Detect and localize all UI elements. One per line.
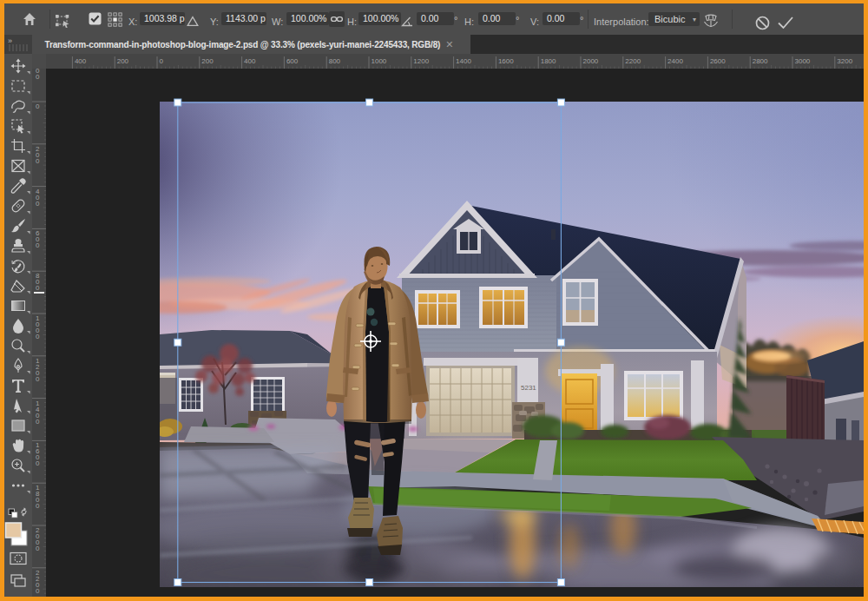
svg-text:2200: 2200 xyxy=(625,57,641,65)
svg-text:400: 400 xyxy=(244,57,256,65)
svg-text:3200: 3200 xyxy=(837,57,852,65)
svg-text:1200: 1200 xyxy=(413,57,429,65)
svg-text:0: 0 xyxy=(36,241,40,249)
svg-text:0: 0 xyxy=(36,284,40,292)
svg-text:0: 0 xyxy=(36,545,40,552)
svg-text:0: 0 xyxy=(36,502,40,510)
svg-text:1800: 1800 xyxy=(541,57,556,65)
svg-text:0: 0 xyxy=(160,57,164,65)
svg-text:0: 0 xyxy=(36,73,40,81)
svg-text:3000: 3000 xyxy=(795,57,811,65)
svg-text:400: 400 xyxy=(75,57,87,65)
svg-text:200: 200 xyxy=(117,57,129,65)
svg-text:0: 0 xyxy=(36,418,40,426)
svg-text:0: 0 xyxy=(36,375,40,383)
svg-text:0: 0 xyxy=(36,333,40,340)
svg-text:2600: 2600 xyxy=(710,57,726,65)
svg-text:0: 0 xyxy=(36,157,40,165)
svg-text:200: 200 xyxy=(201,57,214,65)
svg-text:1600: 1600 xyxy=(498,57,514,65)
svg-text:2800: 2800 xyxy=(753,57,768,65)
svg-text:0: 0 xyxy=(36,587,40,595)
svg-text:1000: 1000 xyxy=(372,57,387,65)
svg-text:0: 0 xyxy=(36,459,40,467)
svg-text:1400: 1400 xyxy=(456,57,471,65)
svg-text:5231: 5231 xyxy=(521,384,536,392)
svg-text:0: 0 xyxy=(36,200,40,208)
svg-text:0: 0 xyxy=(36,102,40,110)
svg-text:600: 600 xyxy=(286,57,299,65)
svg-text:2000: 2000 xyxy=(583,57,599,65)
svg-text:2400: 2400 xyxy=(667,57,683,65)
svg-text:800: 800 xyxy=(329,57,341,65)
